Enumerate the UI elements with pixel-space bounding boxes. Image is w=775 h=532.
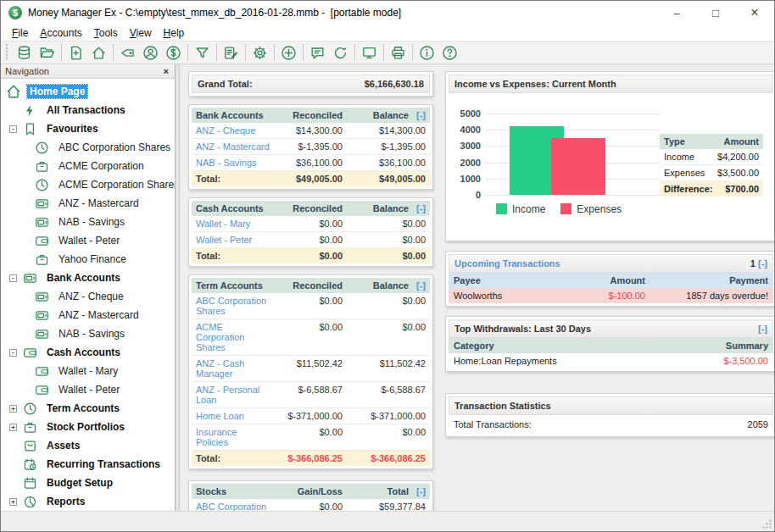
navigation-close-icon[interactable]: × <box>162 66 170 76</box>
payment-header: Payment <box>645 275 768 285</box>
menu-help[interactable]: Help <box>158 26 191 40</box>
nav-item-budget-setup[interactable]: Budget Setup <box>1 474 175 492</box>
amount-header: Amount <box>723 136 759 147</box>
account-link[interactable]: ANZ - Personal Loan <box>196 385 270 405</box>
account-link[interactable]: NAB - Savings <box>196 158 270 168</box>
new-database-icon[interactable] <box>64 42 87 63</box>
nav-item-recurring-transactions[interactable]: Recurring Transactions <box>1 455 175 474</box>
organize-currency-icon[interactable] <box>162 42 185 63</box>
nav-item-favourites[interactable]: -Favourites <box>1 119 175 138</box>
transaction-statistics-title: Transaction Statistics <box>454 401 551 411</box>
nav-item-term-accounts[interactable]: +Term Accounts <box>1 399 175 418</box>
collapse-link[interactable]: [-] <box>409 280 426 291</box>
gainloss-header: Gain/Loss <box>270 486 343 496</box>
total-value: $59,377.84 <box>343 502 426 511</box>
minimize-button[interactable]: – <box>657 1 696 25</box>
wallet-icon <box>23 346 37 360</box>
nav-item-anz-cheque[interactable]: ANZ - Cheque <box>1 287 175 306</box>
resize-grip[interactable] <box>761 518 772 529</box>
account-link[interactable]: Wallet - Mary <box>196 219 270 229</box>
collapse-expander[interactable]: - <box>9 274 17 282</box>
cash-accounts-card: Cash Accounts Reconciled Balance [-] Wal… <box>188 197 433 267</box>
nav-item-wallet-peter[interactable]: Wallet - Peter <box>1 231 175 250</box>
income-legend-label: Income <box>512 203 545 215</box>
fullscreen-icon[interactable] <box>358 42 381 63</box>
menu-view[interactable]: View <box>124 26 158 40</box>
balance-value: $0.00 <box>343 296 426 316</box>
toolbar-separator <box>216 44 217 61</box>
expenses-legend-swatch <box>560 203 571 214</box>
expand-expander[interactable]: + <box>9 498 17 506</box>
collapse-expander[interactable]: - <box>9 349 17 357</box>
table-row: ANZ - Cheque $14,300.00 $14,300.00 <box>192 123 430 139</box>
account-link[interactable]: Wallet - Peter <box>196 235 270 245</box>
collapse-link[interactable]: [-] <box>409 203 426 213</box>
difference-label: Difference: <box>664 184 712 194</box>
nav-item-nab-savings-2[interactable]: NAB - Savings <box>1 324 175 343</box>
app-info-icon[interactable] <box>415 42 438 63</box>
nav-item-assets[interactable]: Assets <box>1 436 175 455</box>
nav-item-wallet-mary[interactable]: Wallet - Mary <box>1 362 175 380</box>
collapse-link[interactable]: [-] <box>758 258 767 269</box>
account-link[interactable]: ABC Corporation Shares <box>196 296 270 316</box>
nav-item-acme-corporation[interactable]: ACME Corporation <box>1 157 175 175</box>
print-icon[interactable] <box>387 42 410 63</box>
nav-item-anz-mastercard[interactable]: ANZ - Mastercard <box>1 194 175 213</box>
chart-y-axis: 5000 4000 3000 2000 1000 0 <box>452 114 486 195</box>
nav-item-bank-accounts[interactable]: -Bank Accounts <box>1 269 175 287</box>
settings-icon[interactable] <box>248 42 271 63</box>
reconciled-value: $14,300.00 <box>270 125 343 136</box>
collapse-expander[interactable]: - <box>9 125 17 133</box>
top-withdrawals-title: Top Withdrawals: Last 30 Days <box>454 324 591 334</box>
help-icon[interactable] <box>438 42 461 63</box>
nav-item-reports[interactable]: +Reports <box>1 492 175 511</box>
credit-card-icon <box>35 215 49 230</box>
nav-item-yahoo-finance[interactable]: Yahoo Finance <box>1 250 175 269</box>
summary-header: Summary <box>658 341 768 351</box>
account-link[interactable]: ANZ - Cash Manager <box>196 358 270 379</box>
account-link[interactable]: Insurance Policies <box>196 427 270 447</box>
account-link[interactable]: Home Loan <box>196 411 270 421</box>
organize-categories-icon[interactable] <box>116 42 139 63</box>
total-row: Total: $-366,086.25 $-366,086.25 <box>192 451 430 466</box>
expand-expander[interactable]: + <box>9 405 17 413</box>
nav-item-nab-savings[interactable]: NAB - Savings <box>1 213 175 231</box>
account-link[interactable]: ACME Corporation Shares <box>196 322 270 352</box>
maximize-button[interactable]: □ <box>696 1 735 25</box>
nav-item-cash-accounts[interactable]: -Cash Accounts <box>1 343 175 362</box>
organize-payees-icon[interactable] <box>139 42 162 63</box>
close-button[interactable]: × <box>735 1 774 25</box>
transaction-filter-icon[interactable] <box>191 42 214 63</box>
account-link[interactable]: ANZ - Cheque <box>196 125 270 136</box>
nav-item-home-page[interactable]: Home Page <box>1 82 175 101</box>
reconciled-value: $0.00 <box>270 427 343 447</box>
open-database-icon[interactable] <box>13 42 36 63</box>
nav-item-anz-mastercard-2[interactable]: ANZ - Mastercard <box>1 306 175 324</box>
nav-item-all-transactions[interactable]: All Transactions <box>1 101 175 119</box>
menu-accounts[interactable]: Accounts <box>34 26 87 40</box>
collapse-link[interactable]: [-] <box>409 486 426 496</box>
menu-tools[interactable]: Tools <box>88 26 124 40</box>
nav-item-wallet-peter-2[interactable]: Wallet - Peter <box>1 380 175 399</box>
menu-file[interactable]: File <box>6 26 34 40</box>
table-row: Insurance Policies $0.00 $0.00 <box>192 424 430 451</box>
stock-link[interactable]: ABC Corporation <box>196 502 270 511</box>
new-transaction-icon[interactable] <box>277 42 300 63</box>
nav-item-stock-portfolios[interactable]: +Stock Portfolios <box>1 418 175 436</box>
table-row: Wallet - Peter $0.00 $0.00 <box>192 232 430 248</box>
nav-item-acme-corporation-shares[interactable]: ACME Corporation Shares <box>1 175 175 194</box>
expand-expander[interactable]: + <box>9 424 17 431</box>
nav-item-abc-corporation-shares[interactable]: ABC Corporation Shares <box>1 138 175 157</box>
general-report-manager-icon[interactable] <box>306 42 329 63</box>
upcoming-transactions-link[interactable]: Upcoming Transactions <box>454 258 560 269</box>
expenses-value: $3,500.00 <box>717 168 759 178</box>
collapse-link[interactable]: [-] <box>758 324 767 334</box>
open-folder-icon[interactable] <box>36 42 59 63</box>
collapse-link[interactable]: [-] <box>409 110 426 120</box>
home-page-icon[interactable] <box>87 42 110 63</box>
toolbar-grip[interactable] <box>4 44 9 61</box>
account-link[interactable]: ANZ - Mastercard <box>196 141 270 152</box>
transaction-report-icon[interactable] <box>220 42 243 63</box>
toolbar-separator <box>113 44 114 61</box>
check-updates-icon[interactable] <box>329 42 352 63</box>
